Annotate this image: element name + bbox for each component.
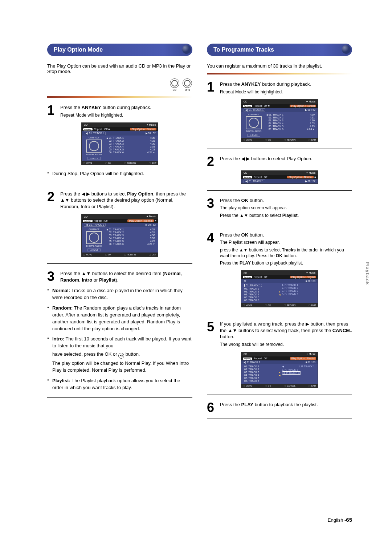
header-text: To Programme Tracks — [213, 47, 274, 53]
separator — [207, 395, 352, 395]
badge-mp3: MP3 — [182, 78, 192, 91]
separator — [47, 96, 192, 98]
page-footer: English -65 — [328, 517, 352, 523]
screenshot-play-option-2: CDMusic Anykey Repeat : Off Play Option … — [81, 214, 158, 257]
step-5: 5 If you playlisted a wrong track, press… — [207, 321, 352, 347]
separator — [207, 190, 352, 191]
separator — [47, 184, 192, 184]
step-2: 2 Press the ◀ ▶ buttons to select Play O… — [47, 191, 192, 210]
header-text: Play Option Mode — [54, 47, 103, 53]
separator — [207, 149, 352, 149]
separator — [47, 397, 192, 398]
option-descriptions: Normal: Tracks on a disc are played in t… — [47, 287, 192, 391]
media-badges: CD MP3 — [47, 78, 192, 92]
screenshot-playlist-4: CDMusic Anykey Repeat : Off Play Option … — [241, 270, 318, 307]
step-1: 1 Press the ANYKEY button during playbac… — [47, 104, 192, 118]
separator — [207, 314, 352, 314]
separator — [207, 73, 352, 74]
step-3: 3 Press the OK button. The play option s… — [207, 197, 352, 218]
bullet-during-stop: During Stop, Play Option will be highlig… — [47, 170, 192, 177]
separator — [207, 419, 352, 419]
intro-text: You can register a maximum of 30 tracks … — [207, 63, 352, 69]
left-column: Play Option Mode The Play Option can be … — [47, 44, 192, 523]
screenshot-programme-2: CDMusic Anykey Repeat : Off Play Option … — [241, 170, 318, 184]
side-tab-playback: Playback — [365, 262, 370, 285]
step-2: 2 Press the ◀ ▶ buttons to select Play O… — [207, 156, 352, 166]
step-4: 4 Press the OK button. The Playlist scre… — [207, 232, 352, 266]
step-3: 3 Press the ▲▼ buttons to select the des… — [47, 270, 192, 283]
separator — [207, 225, 352, 225]
step-number: 1 — [47, 104, 60, 118]
section-header-programme: To Programme Tracks — [207, 44, 352, 56]
step-1: 1 Press the ANYKEY button during playbac… — [207, 81, 352, 95]
intro-text: The Play Option can be used with an audi… — [47, 63, 192, 74]
screenshot-playlist-5: CDMusic Anykey Repeat : Off Play Option … — [241, 352, 318, 388]
badge-cd: CD — [170, 78, 180, 91]
step-6: 6 Press the PLAY button to playback the … — [207, 401, 352, 412]
separator — [47, 263, 192, 264]
section-header-play-option: Play Option Mode — [47, 44, 192, 56]
right-column: To Programme Tracks You can register a m… — [207, 44, 352, 523]
screenshot-play-option-1: CDMusic Anykey Repeat : Off ≑ Play Optio… — [81, 122, 158, 165]
play-icon: ▸II — [118, 353, 124, 359]
screenshot-programme-1: CDMusic Anykey Repeat : Off ≑ Play Optio… — [241, 99, 318, 142]
